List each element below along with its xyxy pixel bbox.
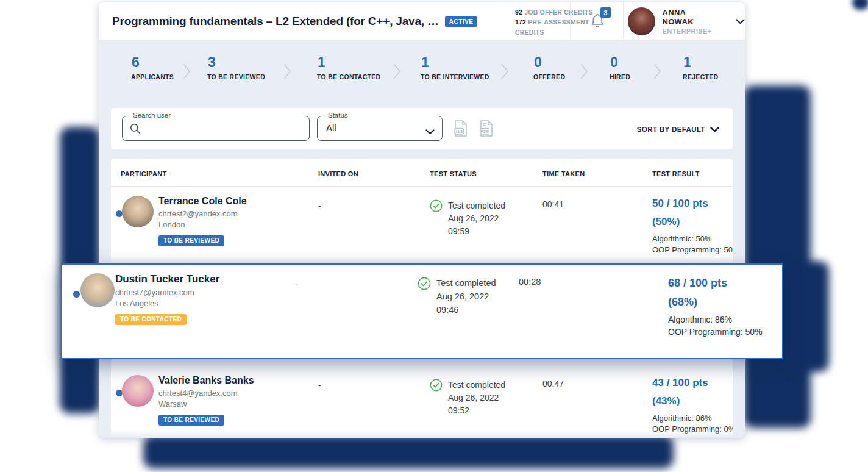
- time-taken-value: 00:28: [516, 265, 666, 358]
- pipeline-stage-to-be-contacted[interactable]: 1TO BE CONTACTED: [317, 55, 380, 80]
- pipeline-stage-count: 1: [317, 55, 380, 70]
- status-select[interactable]: Status All: [317, 116, 443, 141]
- chevron-right-icon: [283, 63, 291, 82]
- user-name: ANNA NOWAK: [663, 8, 717, 26]
- column-header-test-result: TEST RESULT: [650, 159, 733, 186]
- check-circle-icon: [430, 199, 443, 263]
- participant-email: chrtest7@yandex.com: [115, 287, 219, 298]
- pipeline-stage-hired[interactable]: 0HIRED: [610, 55, 630, 80]
- pipeline-stage-offered[interactable]: 0OFFERED: [533, 55, 565, 80]
- chevron-right-icon: [580, 63, 588, 82]
- chevron-down-icon: [736, 16, 745, 27]
- notifications-button[interactable]: 3: [588, 12, 609, 32]
- test-result-percent: (43%): [652, 395, 733, 407]
- export-pdf-button[interactable]: PDF: [478, 120, 494, 140]
- pdf-file-icon: PDF: [478, 120, 494, 138]
- sort-label: SORT BY DEFAULT: [637, 126, 705, 133]
- avatar: [628, 7, 655, 35]
- status-selected-value: All: [326, 123, 336, 133]
- skill-score: OOP Programming: 50%: [652, 245, 733, 256]
- status-badge: TO BE REVIEWED: [158, 415, 224, 426]
- test-result-score: 50 / 100 pts: [652, 198, 733, 210]
- pipeline-stage-count: 0: [533, 55, 565, 70]
- pipeline: 6APPLICANTS3TO BE REVIEWED1TO BE CONTACT…: [99, 40, 745, 109]
- search-field[interactable]: Search user: [122, 116, 310, 141]
- avatar: [122, 375, 154, 407]
- test-date: Aug 26, 2022: [448, 212, 505, 225]
- participant-name: Dustin Tucker Tucker: [115, 273, 219, 285]
- filters-panel: Search user Status All: [111, 108, 733, 149]
- pipeline-stage-label: APPLICANTS: [131, 73, 174, 80]
- participant-email: chrtest2@yandex.com: [158, 209, 247, 220]
- notification-count-badge: 3: [600, 7, 611, 18]
- test-result-score: 68 / 100 pts: [668, 277, 782, 290]
- test-status-text: Test completed: [448, 379, 505, 392]
- pipeline-stage-count: 6: [131, 55, 174, 70]
- column-header-time-taken: TIME TAKEN: [540, 159, 650, 186]
- test-time: 09:52: [448, 404, 505, 417]
- avatar: [122, 196, 154, 227]
- sort-dropdown[interactable]: SORT BY DEFAULT: [637, 124, 719, 135]
- column-header-invited-on: INVITED ON: [316, 159, 425, 186]
- user-plan-badge: ENTERPRISE+: [663, 27, 717, 35]
- pipeline-stage-label: REJECTED: [683, 73, 718, 80]
- user-menu[interactable]: ANNA NOWAK ENTERPRISE+: [628, 7, 745, 35]
- skill-score: Algorithmic: 86%: [652, 413, 733, 424]
- pipeline-stage-to-be-interviewed[interactable]: 1TO BE INTERVIEWED: [421, 55, 489, 80]
- test-result-percent: (50%): [652, 216, 733, 228]
- bell-icon: [588, 21, 607, 32]
- status-badge: TO BE REVIEWED: [158, 235, 224, 246]
- test-result-score: 43 / 100 pts: [652, 377, 733, 389]
- table-row[interactable]: Valerie Banks Banks chrtest4@yandex.com …: [111, 366, 733, 438]
- participant-email: chrtest4@yandex.com: [158, 388, 254, 399]
- pipeline-stage-count: 3: [207, 55, 265, 70]
- status-select-label: Status: [325, 112, 351, 119]
- test-time: 09:59: [448, 225, 505, 238]
- invited-on-value: -: [316, 187, 425, 263]
- skill-score: Algorithmic: 86%: [668, 314, 772, 326]
- invited-on-value: -: [293, 265, 418, 358]
- table-header-row: PARTICIPANT INVITED ON TEST STATUS TIME …: [111, 159, 733, 187]
- test-status-text: Test completed: [448, 199, 505, 212]
- column-header-participant: PARTICIPANT: [111, 159, 316, 186]
- page-title: Programming fundamentals – L2 Extended (…: [112, 15, 439, 28]
- participant-city: Warsaw: [158, 399, 254, 410]
- skill-score: OOP Programming: 50%: [668, 326, 772, 338]
- svg-text:PDF: PDF: [481, 129, 489, 134]
- search-input[interactable]: [146, 117, 304, 139]
- test-result-percent: (68%): [668, 296, 782, 309]
- chevron-right-icon: [653, 63, 661, 82]
- status-badge: TO BE CONTACTED: [115, 314, 187, 325]
- test-date: Aug 26, 2022: [448, 392, 505, 404]
- pipeline-stage-label: TO BE INTERVIEWED: [421, 73, 489, 80]
- pipeline-stage-rejected[interactable]: 1REJECTED: [683, 55, 718, 80]
- chevron-down-icon: [710, 124, 719, 135]
- export-xls-button[interactable]: XLS: [453, 120, 469, 140]
- participant-city: London: [158, 220, 247, 231]
- app-header: Programming fundamentals – L2 Extended (…: [99, 2, 745, 40]
- skill-score: OOP Programming: 0%: [652, 424, 733, 435]
- pre-assessment-credits-value: 172: [515, 18, 526, 26]
- participant-name: Terrance Cole Cole: [158, 196, 247, 207]
- unread-indicator-dot: [73, 291, 80, 298]
- chevron-right-icon: [393, 63, 401, 82]
- column-header-test-status: TEST STATUS: [425, 159, 540, 186]
- background-decoration: [143, 435, 674, 468]
- skill-score: Algorithmic: 50%: [652, 234, 733, 245]
- participant-city: Los Angeles: [115, 298, 219, 309]
- pipeline-stage-count: 0: [610, 55, 630, 70]
- test-status-text: Test completed: [436, 277, 496, 290]
- pipeline-stage-label: TO BE CONTACTED: [317, 73, 380, 80]
- pre-assessment-credits-label: PRE-ASSESSMENT CREDITS: [515, 18, 589, 35]
- pipeline-stage-applicants[interactable]: 6APPLICANTS: [131, 55, 174, 80]
- svg-text:XLS: XLS: [455, 129, 463, 134]
- pipeline-stage-to-be-reviewed[interactable]: 3TO BE REVIEWED: [207, 55, 265, 80]
- check-circle-icon: [430, 379, 443, 438]
- chevron-right-icon: [501, 63, 509, 82]
- avatar: [80, 273, 115, 307]
- job-offer-credits-value: 92: [515, 9, 522, 16]
- chevron-down-icon: [425, 126, 435, 137]
- header-divider: [570, 2, 571, 40]
- table-row[interactable]: Terrance Cole Cole chrtest2@yandex.com L…: [111, 187, 733, 263]
- highlighted-table-row[interactable]: Dustin Tucker Tucker chrtest7@yandex.com…: [61, 263, 783, 359]
